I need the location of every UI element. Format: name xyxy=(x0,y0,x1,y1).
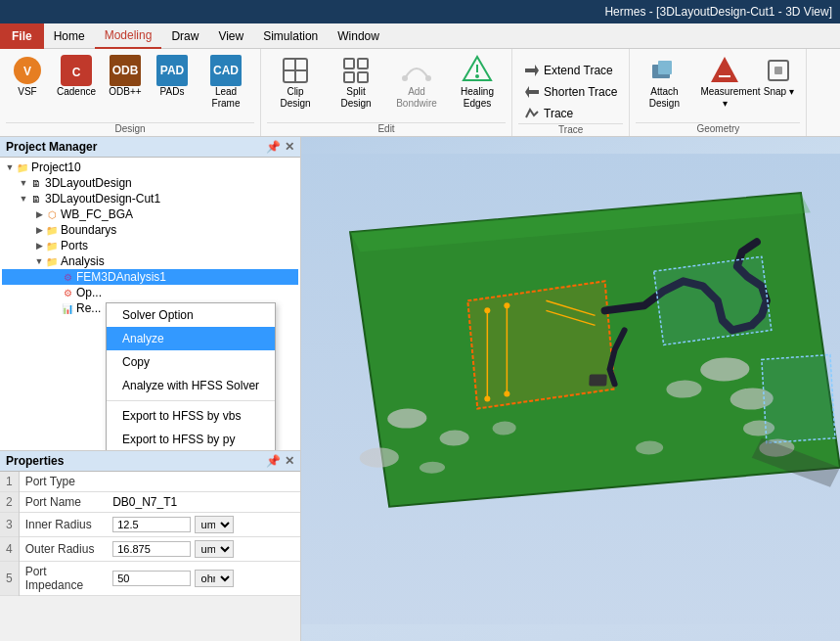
pin-icon[interactable]: 📌 xyxy=(266,140,281,154)
attach-design-button[interactable]: Attach Design xyxy=(636,53,692,112)
svg-rect-31 xyxy=(774,67,782,74)
extend-trace-icon xyxy=(524,63,540,78)
tree-3dlayout-cut1[interactable]: ▼ 🗎 3DLayoutDesign-Cut1 xyxy=(2,191,298,206)
menu-draw[interactable]: Draw xyxy=(161,23,208,49)
fem3d-label: FEM3DAnalysis1 xyxy=(76,270,166,284)
shorten-trace-button[interactable]: Shorten Trace xyxy=(518,82,623,102)
svg-rect-27 xyxy=(658,61,672,74)
svg-rect-24 xyxy=(529,90,539,94)
svg-point-18 xyxy=(425,75,431,81)
properties-table: 1 Port Type 2 Port Name DB0_N7_T1 3 Inne… xyxy=(0,472,300,596)
menu-modeling[interactable]: Modeling xyxy=(95,23,162,49)
menu-view[interactable]: View xyxy=(208,23,253,49)
tree-wb-fc-bga[interactable]: ▶ ⬡ WB_FC_BGA xyxy=(2,206,298,222)
menu-bar: File Home Modeling Draw View Simulation … xyxy=(0,23,840,49)
menu-simulation[interactable]: Simulation xyxy=(253,23,328,49)
svg-point-50 xyxy=(504,302,509,308)
vsf-button[interactable]: V VSF xyxy=(6,53,49,100)
inner-radius-unit[interactable]: um xyxy=(195,516,234,533)
file-menu-button[interactable]: File xyxy=(0,23,44,49)
properties-title: Properties xyxy=(6,454,64,468)
prop-name-innerradius: Inner Radius xyxy=(19,513,107,537)
svg-text:ODB: ODB xyxy=(112,64,139,77)
geometry-group-label: Geometry xyxy=(636,122,800,136)
svg-point-21 xyxy=(475,74,479,78)
title-text: Hermes - [3DLayoutDesign-Cut1 - 3D View] xyxy=(604,5,832,19)
split-design-icon xyxy=(340,55,372,86)
project-icon: 📁 xyxy=(16,160,29,174)
ctx-solver-option[interactable]: Solver Option xyxy=(107,303,275,327)
props-close-icon[interactable]: ✕ xyxy=(285,454,294,468)
tree-op[interactable]: ⚙ Op... xyxy=(2,285,298,300)
outer-radius-input[interactable] xyxy=(112,541,191,557)
tree-analysis[interactable]: ▼ 📁 Analysis xyxy=(2,253,298,269)
close-icon[interactable]: ✕ xyxy=(285,140,294,154)
pads-label: PADs xyxy=(160,86,185,98)
ctx-analyze[interactable]: Analyze xyxy=(107,327,275,350)
healing-edges-button[interactable]: Healing Edges xyxy=(449,53,506,112)
ctx-export-hfss-py[interactable]: Export to HFSS by py xyxy=(107,428,275,450)
re-icon: 📊 xyxy=(61,301,74,315)
svg-marker-23 xyxy=(535,65,539,76)
tree-boundarys[interactable]: ▶ 📁 Boundarys xyxy=(2,222,298,238)
trace-button[interactable]: Trace xyxy=(518,104,623,123)
measurement-button[interactable]: Measurement ▾ xyxy=(696,53,753,112)
cadence-icon: C xyxy=(61,55,92,86)
tree-ports[interactable]: ▶ 📁 Ports xyxy=(2,238,298,253)
3d-view-svg xyxy=(301,137,840,641)
svg-text:V: V xyxy=(23,65,31,78)
extend-trace-label: Extend Trace xyxy=(544,64,613,77)
3dlayout-label: 3DLayoutDesign xyxy=(45,176,132,190)
tree-fem3danalysis1[interactable]: ⚙ FEM3DAnalysis1 xyxy=(2,269,298,285)
impedance-unit[interactable]: ohm xyxy=(195,570,234,587)
odb-button[interactable]: ODB ODB++ xyxy=(104,53,147,100)
wb-fc-bga-label: WB_FC_BGA xyxy=(61,207,133,221)
svg-text:CAD: CAD xyxy=(213,64,239,77)
row-num-1: 1 xyxy=(0,472,19,492)
trace-group-items: Extend Trace Shorten Trace Trace xyxy=(518,53,623,123)
svg-text:PAD: PAD xyxy=(160,64,185,77)
menu-home[interactable]: Home xyxy=(44,23,95,49)
tree-project10[interactable]: ▼ 📁 Project10 xyxy=(2,160,298,175)
split-design-button[interactable]: Split Design xyxy=(328,53,384,112)
menu-window[interactable]: Window xyxy=(328,23,389,49)
svg-rect-58 xyxy=(589,374,607,386)
tree-3dlayout[interactable]: ▼ 🗎 3DLayoutDesign xyxy=(2,175,298,191)
ctx-copy[interactable]: Copy xyxy=(107,350,275,374)
tree-area: ▼ 📁 Project10 ▼ 🗎 3DLayoutDesign ▼ 🗎 3DL… xyxy=(0,158,300,450)
impedance-input[interactable] xyxy=(112,571,191,586)
inner-radius-input[interactable] xyxy=(112,517,191,532)
main-area: Project Manager 📌 ✕ ▼ 📁 Project10 ▼ 🗎 3D… xyxy=(0,137,840,641)
snap-icon xyxy=(763,55,794,86)
props-pin-icon[interactable]: 📌 xyxy=(266,454,281,468)
svg-marker-56 xyxy=(762,354,835,442)
odb-label: ODB++ xyxy=(109,86,141,98)
expand-icon-7: ▼ xyxy=(33,256,45,266)
vsf-label: VSF xyxy=(18,86,36,98)
leadframe-button[interactable]: CAD Lead Frame xyxy=(198,53,254,112)
pads-button[interactable]: PAD PADs xyxy=(151,53,194,100)
outer-radius-unit[interactable]: um xyxy=(195,540,234,558)
cadence-button[interactable]: C Cadence xyxy=(53,53,100,100)
waveport-icon-el: ⬡ xyxy=(45,207,59,221)
extend-trace-button[interactable]: Extend Trace xyxy=(518,61,623,80)
ctx-analyze-hfss[interactable]: Analyze with HFSS Solver xyxy=(107,374,275,397)
prop-row-1: 1 Port Type xyxy=(0,472,300,492)
trace-label: Trace xyxy=(544,107,573,120)
design-group-label: Design xyxy=(6,122,254,136)
prop-row-5: 5 Port Impedance ohm xyxy=(0,562,300,596)
add-bondwire-button[interactable]: Add Bondwire xyxy=(388,53,445,112)
prop-name-impedance: Port Impedance xyxy=(19,562,107,596)
svg-marker-28 xyxy=(711,57,738,82)
edit-group-items: Clip Design Split Design xyxy=(267,53,506,122)
project-manager-title: Project Manager xyxy=(6,140,97,154)
ctx-export-hfss-vbs[interactable]: Export to HFSS by vbs xyxy=(107,404,275,428)
leadframe-icon: CAD xyxy=(210,55,242,86)
clip-design-button[interactable]: Clip Design xyxy=(267,53,324,112)
snap-button[interactable]: Snap ▾ xyxy=(757,53,800,100)
cadence-label: Cadence xyxy=(57,86,96,98)
svg-point-52 xyxy=(504,391,509,397)
clip-design-icon xyxy=(280,55,311,86)
attach-design-label: Attach Design xyxy=(640,86,688,110)
3d-view-area[interactable] xyxy=(301,137,840,641)
